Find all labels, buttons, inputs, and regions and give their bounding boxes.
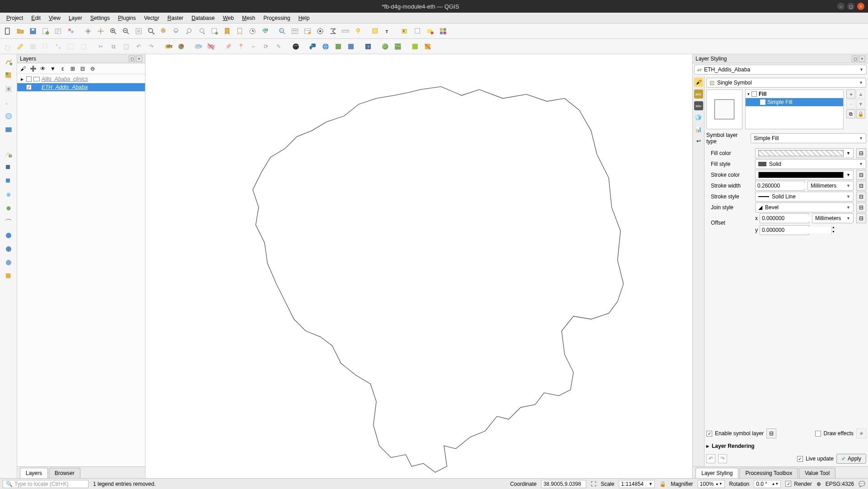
spin-up-button[interactable]: ▲ bbox=[831, 226, 835, 230]
crs-label[interactable]: EPSG:4326 bbox=[826, 481, 854, 487]
diagram-icon[interactable] bbox=[175, 41, 187, 52]
data-defined-override-button[interactable]: ⊟ bbox=[856, 213, 866, 223]
current-edits-icon[interactable] bbox=[2, 41, 14, 52]
tab-layers[interactable]: Layers bbox=[20, 468, 48, 478]
crs-icon[interactable]: ⊕ bbox=[817, 481, 821, 487]
panel-undock-icon[interactable]: ◻ bbox=[852, 56, 858, 62]
menu-mesh[interactable]: Mesh bbox=[238, 14, 259, 22]
paste-features-icon[interactable]: 📋 bbox=[120, 41, 132, 52]
tab-browser[interactable]: Browser bbox=[49, 468, 80, 478]
menu-vector[interactable]: Vector bbox=[140, 14, 163, 22]
menu-database[interactable]: Database bbox=[188, 14, 218, 22]
osm-download-icon[interactable] bbox=[290, 41, 302, 52]
panel-close-icon[interactable]: × bbox=[859, 56, 865, 62]
layout-manager-icon[interactable] bbox=[52, 25, 64, 37]
stroke-width-spinbox[interactable]: ⌫ ▲▼ bbox=[755, 181, 805, 191]
expand-icon[interactable]: ▸ bbox=[20, 76, 24, 82]
menu-processing[interactable]: Processing bbox=[260, 14, 294, 22]
symbol-node-fill[interactable]: ▾ Fill bbox=[746, 90, 843, 98]
menu-edit[interactable]: Edit bbox=[28, 14, 44, 22]
delete-selected-icon[interactable] bbox=[78, 41, 89, 52]
pan-to-selection-icon[interactable] bbox=[95, 25, 107, 37]
zoom-to-selection-icon[interactable] bbox=[158, 25, 170, 37]
add-mesh-icon[interactable] bbox=[3, 83, 14, 95]
select-features-icon[interactable] bbox=[369, 25, 381, 37]
undo-style-button[interactable]: ↶ bbox=[706, 454, 715, 463]
plugin-2-icon[interactable] bbox=[345, 41, 357, 52]
zoom-next-icon[interactable] bbox=[196, 25, 208, 37]
zoom-in-icon[interactable] bbox=[107, 25, 119, 37]
new-spatialite-icon[interactable] bbox=[3, 175, 14, 187]
menu-web[interactable]: Web bbox=[219, 14, 237, 22]
data-defined-override-button[interactable]: ⊟ bbox=[856, 170, 866, 180]
style-manager-icon[interactable] bbox=[65, 25, 77, 37]
move-label-icon[interactable]: ↔ bbox=[247, 41, 259, 52]
panel-undock-icon[interactable]: ◻ bbox=[129, 56, 135, 62]
offset-y-input[interactable] bbox=[760, 227, 831, 233]
map-canvas[interactable] bbox=[145, 54, 693, 478]
duplicate-symbol-layer-button[interactable]: ⧉ bbox=[846, 109, 855, 118]
menu-raster[interactable]: Raster bbox=[164, 14, 187, 22]
layer-item-eth[interactable]: ▸ ✓ ETH_Addis_Ababa bbox=[17, 83, 145, 91]
filter-legend-icon[interactable]: ▼ bbox=[49, 65, 57, 73]
panel-close-icon[interactable]: × bbox=[136, 56, 142, 62]
add-xyz-icon[interactable] bbox=[3, 270, 14, 282]
new-memory-icon[interactable] bbox=[3, 189, 14, 201]
refresh-icon[interactable] bbox=[259, 25, 271, 37]
python-console-icon[interactable] bbox=[307, 41, 319, 52]
lock-symbol-layer-button[interactable]: 🔒 bbox=[856, 109, 865, 118]
pin-labels-icon[interactable]: 📌 bbox=[222, 41, 234, 52]
add-feature-icon[interactable] bbox=[40, 41, 51, 52]
zoom-last-icon[interactable] bbox=[183, 25, 195, 37]
quickmapservices-icon[interactable] bbox=[392, 41, 404, 52]
add-group-icon[interactable]: ➕ bbox=[29, 65, 37, 73]
add-spatialite-icon[interactable] bbox=[3, 110, 14, 122]
menu-view[interactable]: View bbox=[45, 14, 64, 22]
add-wcs-icon[interactable] bbox=[3, 243, 14, 255]
layer-rendering-section[interactable]: ▸ Layer Rendering bbox=[706, 441, 866, 451]
plugin-1-icon[interactable] bbox=[332, 41, 344, 52]
data-defined-override-button[interactable]: ⊟ bbox=[856, 202, 866, 212]
fill-style-combo[interactable]: Solid ▼ bbox=[755, 159, 866, 169]
annotation-icon[interactable]: T bbox=[382, 25, 394, 37]
new-geopackage-icon[interactable] bbox=[3, 162, 14, 174]
menu-plugins[interactable]: Plugins bbox=[114, 14, 139, 22]
collapse-all-icon[interactable]: ⊟ bbox=[79, 65, 87, 73]
spin-down-button[interactable]: ▼ bbox=[831, 230, 835, 235]
add-postgis-icon[interactable] bbox=[3, 216, 14, 228]
georeferencer-icon[interactable] bbox=[409, 41, 421, 52]
measure-icon[interactable] bbox=[340, 25, 351, 37]
modify-attributes-icon[interactable] bbox=[65, 41, 77, 52]
live-update-checkbox[interactable]: ✓ bbox=[797, 456, 803, 462]
enable-symbol-layer-checkbox[interactable]: ✓ bbox=[706, 431, 712, 437]
data-defined-override-button[interactable]: ⊟ bbox=[766, 428, 776, 438]
map-tips-icon[interactable] bbox=[352, 25, 364, 37]
expand-all-icon[interactable]: ⊞ bbox=[69, 65, 77, 73]
rotation-field[interactable]: 0.0 °▲▼ bbox=[754, 480, 781, 488]
manage-visibility-icon[interactable]: 👁 bbox=[39, 65, 47, 73]
lock-icon[interactable]: 🔒 bbox=[659, 481, 666, 487]
layer-style-icon[interactable]: 🖌 bbox=[19, 65, 27, 73]
menu-layer[interactable]: Layer bbox=[65, 14, 86, 22]
draw-effects-checkbox[interactable] bbox=[815, 431, 821, 437]
select-by-value-icon[interactable]: ε bbox=[399, 25, 411, 37]
menu-settings[interactable]: Settings bbox=[87, 14, 113, 22]
coordinate-capture-icon[interactable] bbox=[422, 41, 434, 52]
add-wms-icon[interactable] bbox=[3, 230, 14, 241]
apply-button[interactable]: ✔ Apply bbox=[836, 454, 866, 464]
tab-value-tool[interactable]: Value Tool bbox=[799, 468, 835, 478]
data-defined-override-button[interactable]: ⊟ bbox=[856, 192, 866, 202]
layer-item-clinics[interactable]: ▸ Allis_Ababa_clinics bbox=[17, 75, 145, 83]
show-bookmarks-icon[interactable] bbox=[234, 25, 246, 37]
help-icon[interactable]: ? bbox=[362, 41, 374, 52]
open-project-icon[interactable] bbox=[14, 25, 26, 37]
change-label-icon[interactable]: ✎ bbox=[273, 41, 285, 52]
redo-icon[interactable]: ↷ bbox=[145, 41, 157, 52]
layer-tree[interactable]: ▸ Allis_Ababa_clinics ▸ ✓ ETH_Addis_Abab… bbox=[17, 74, 145, 466]
add-raster-icon[interactable] bbox=[3, 70, 14, 81]
data-defined-override-button[interactable]: ⊟ bbox=[856, 181, 866, 191]
redo-style-button[interactable]: ↷ bbox=[718, 454, 727, 463]
zoom-to-layer-icon[interactable] bbox=[171, 25, 182, 37]
stroke-style-combo[interactable]: Solid Line ▼ bbox=[755, 192, 854, 202]
offset-x-spinbox[interactable]: ▲▼ bbox=[760, 213, 809, 223]
